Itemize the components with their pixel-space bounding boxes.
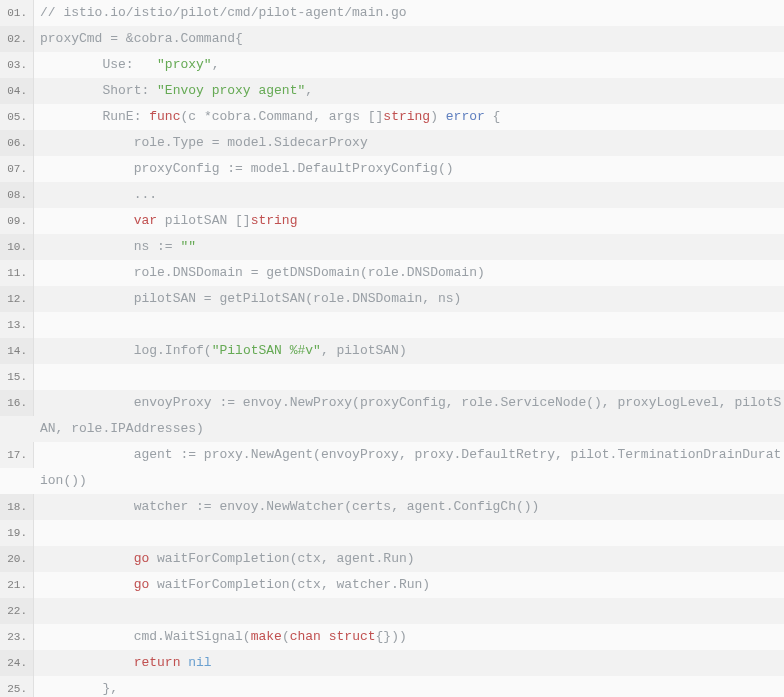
code-line: 03. Use: "proxy",: [0, 52, 784, 78]
code-content: proxyConfig := model.DefaultProxyConfig(…: [34, 156, 784, 182]
line-number: 18.: [0, 494, 34, 520]
token: ,: [321, 343, 337, 358]
code-content: agent := proxy.NewAgent(envoyProxy, prox…: [34, 442, 784, 494]
token: Type: [173, 135, 212, 150]
token: *: [204, 109, 212, 124]
token: [40, 577, 134, 592]
code-line: 17. agent := proxy.NewAgent(envoyProxy, …: [0, 442, 784, 494]
token: .: [391, 577, 399, 592]
token: {: [235, 31, 243, 46]
code-line: 16. envoyProxy := envoy.NewProxy(proxyCo…: [0, 390, 784, 442]
token: [40, 603, 141, 618]
code-line: 07. proxyConfig := model.DefaultProxyCon…: [0, 156, 784, 182]
token: [321, 629, 329, 644]
token: Command: [259, 109, 314, 124]
token: =: [251, 265, 267, 280]
code-line: 19.: [0, 520, 784, 546]
token: []: [368, 109, 384, 124]
token: .: [399, 265, 407, 280]
token: ...: [40, 187, 157, 202]
token: getDNSDomain: [266, 265, 360, 280]
token: make: [251, 629, 282, 644]
token: SidecarProxy: [274, 135, 368, 150]
code-content: go waitForCompletion(ctx, watcher.Run): [34, 572, 784, 598]
token: pilotSAN: [40, 291, 204, 306]
token: [40, 317, 141, 332]
token: func: [149, 109, 180, 124]
token: Run: [383, 551, 406, 566]
code-content: watcher := envoy.NewWatcher(certs, agent…: [34, 494, 784, 520]
line-number: 17.: [0, 442, 34, 468]
token: role: [368, 265, 399, 280]
token: ()): [63, 473, 86, 488]
code-line: 12. pilotSAN = getPilotSAN(role.DNSDomai…: [0, 286, 784, 312]
token: role: [461, 395, 492, 410]
token: role: [40, 265, 165, 280]
token: {: [485, 109, 501, 124]
token: string: [251, 213, 298, 228]
code-block: 01.// istio.io/istio/pilot/cmd/pilot-age…: [0, 0, 784, 697]
code-content: var pilotSAN []string: [34, 208, 784, 234]
token: Run: [399, 577, 422, 592]
token: =: [204, 291, 220, 306]
token: :=: [227, 161, 250, 176]
code-content: proxyCmd = &cobra.Command{: [34, 26, 784, 52]
token: envoy: [219, 499, 258, 514]
line-number: 24.: [0, 650, 34, 676]
token: IPAddresses: [110, 421, 196, 436]
code-content: RunE: func(c *cobra.Command, args []stri…: [34, 104, 784, 130]
code-line: 24. return nil: [0, 650, 784, 676]
token: [40, 525, 141, 540]
line-number: 04.: [0, 78, 34, 104]
token: (: [282, 629, 290, 644]
token: NewWatcher: [266, 499, 344, 514]
token: (: [313, 447, 321, 462]
token: ServiceNode: [500, 395, 586, 410]
code-line: 25. },: [0, 676, 784, 697]
token: ,: [321, 551, 337, 566]
token: DNSDomain: [352, 291, 422, 306]
code-content: ...: [34, 182, 784, 208]
code-content: },: [34, 676, 784, 697]
code-content: return nil: [34, 650, 784, 676]
token: var: [134, 213, 157, 228]
line-number: 05.: [0, 104, 34, 130]
token: "PilotSAN %#v": [212, 343, 321, 358]
code-line: 01.// istio.io/istio/pilot/cmd/pilot-age…: [0, 0, 784, 26]
token: .: [282, 395, 290, 410]
token: (: [243, 629, 251, 644]
line-number: 19.: [0, 520, 34, 546]
code-content: envoyProxy := envoy.NewProxy(proxyConfig…: [34, 390, 784, 442]
token: NewProxy: [290, 395, 352, 410]
token: ): [430, 109, 446, 124]
token: pilotSAN: [157, 213, 235, 228]
token: struct: [329, 629, 376, 644]
token: ,: [212, 57, 220, 72]
line-number: 13.: [0, 312, 34, 338]
token: chan: [290, 629, 321, 644]
token: certs: [352, 499, 391, 514]
token: [40, 551, 134, 566]
token: .: [266, 135, 274, 150]
token: model: [251, 161, 290, 176]
token: (: [204, 343, 212, 358]
token: proxy: [415, 447, 454, 462]
token: watcher: [337, 577, 392, 592]
token: = &: [110, 31, 133, 46]
code-line: 21. go waitForCompletion(ctx, watcher.Ru…: [0, 572, 784, 598]
token: c: [188, 109, 204, 124]
code-line: 22.: [0, 598, 784, 624]
token: ): [399, 343, 407, 358]
token: // istio.io/istio/pilot/cmd/pilot-agent/…: [40, 5, 407, 20]
token: role: [71, 421, 102, 436]
line-number: 15.: [0, 364, 34, 390]
token: ): [407, 551, 415, 566]
token: (: [344, 499, 352, 514]
token: ctx: [297, 551, 320, 566]
token: waitForCompletion: [149, 577, 289, 592]
token: error: [446, 109, 485, 124]
token: [40, 655, 134, 670]
token: (),: [586, 395, 617, 410]
token: envoyProxy: [321, 447, 399, 462]
token: watcher: [40, 499, 196, 514]
